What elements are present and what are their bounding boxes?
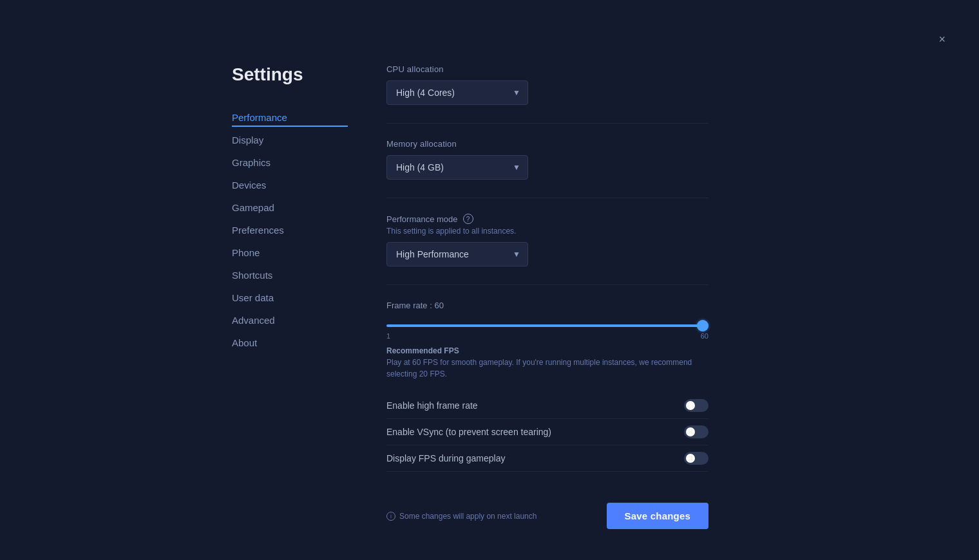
- toggle-row-vsync: Enable VSync (to prevent screen tearing): [386, 419, 708, 445]
- divider-2: [386, 198, 708, 198]
- sidebar: Performance Display Graphics Devices Gam…: [232, 108, 348, 352]
- memory-allocation-label: Memory allocation: [386, 139, 708, 149]
- footer-row: i Some changes will apply on next launch…: [386, 495, 708, 529]
- toggle-label-vsync: Enable VSync (to prevent screen tearing): [386, 427, 551, 437]
- sidebar-item-phone[interactable]: Phone: [232, 243, 348, 262]
- fps-recommended-title: Recommended FPS: [386, 346, 708, 355]
- footer-note: i Some changes will apply on next launch: [386, 512, 537, 521]
- toggle-thumb-display-fps: [686, 454, 695, 463]
- memory-allocation-section: Memory allocation High (4 GB) Medium (2 …: [386, 139, 708, 180]
- help-icon[interactable]: ?: [463, 214, 473, 224]
- toggle-track-display-fps: [684, 452, 708, 465]
- save-button[interactable]: Save changes: [607, 503, 708, 529]
- divider-1: [386, 123, 708, 124]
- frame-rate-slider[interactable]: [386, 324, 708, 327]
- footer-info-icon: i: [386, 512, 395, 521]
- frame-rate-label-prefix: Frame rate :: [386, 301, 434, 310]
- toggle-track-vsync: [684, 425, 708, 438]
- frame-rate-value: 60: [434, 301, 443, 310]
- frame-rate-slider-container: [386, 318, 708, 330]
- memory-allocation-select[interactable]: High (4 GB) Medium (2 GB) Low (1 GB): [386, 155, 528, 180]
- main-content: CPU allocation High (4 Cores) Medium (2 …: [348, 64, 708, 529]
- performance-mode-select[interactable]: High Performance Balanced Power Saver: [386, 242, 528, 266]
- performance-mode-section: Performance mode ? This setting is appli…: [386, 214, 708, 266]
- toggle-row-high-frame-rate: Enable high frame rate: [386, 393, 708, 419]
- fps-recommended-text: Play at 60 FPS for smooth gameplay. If y…: [386, 357, 708, 380]
- toggle-display-fps[interactable]: [684, 452, 708, 465]
- slider-max-label: 60: [701, 332, 708, 340]
- sidebar-item-gamepad[interactable]: Gamepad: [232, 198, 348, 217]
- cpu-allocation-section: CPU allocation High (4 Cores) Medium (2 …: [386, 64, 708, 105]
- toggle-row-display-fps: Display FPS during gameplay: [386, 445, 708, 472]
- sidebar-item-advanced[interactable]: Advanced: [232, 311, 348, 330]
- sidebar-item-graphics[interactable]: Graphics: [232, 153, 348, 172]
- toggle-thumb-high-frame-rate: [686, 401, 695, 410]
- toggle-high-frame-rate[interactable]: [684, 399, 708, 412]
- toggle-label-high-frame-rate: Enable high frame rate: [386, 400, 478, 411]
- cpu-allocation-label: CPU allocation: [386, 64, 708, 74]
- performance-mode-label-row: Performance mode ?: [386, 214, 708, 224]
- sidebar-item-performance[interactable]: Performance: [232, 108, 348, 127]
- sidebar-item-devices[interactable]: Devices: [232, 176, 348, 194]
- sidebar-item-user-data[interactable]: User data: [232, 288, 348, 307]
- slider-min-label: 1: [386, 332, 390, 340]
- slider-labels: 1 60: [386, 332, 708, 340]
- close-button[interactable]: ×: [938, 33, 946, 45]
- sidebar-item-about[interactable]: About: [232, 333, 348, 352]
- toggle-thumb-vsync: [686, 427, 695, 436]
- toggle-track-high-frame-rate: [684, 399, 708, 412]
- frame-rate-title: Frame rate : 60: [386, 301, 708, 310]
- cpu-allocation-select[interactable]: High (4 Cores) Medium (2 Cores) Low (1 C…: [386, 80, 528, 105]
- cpu-allocation-wrapper: High (4 Cores) Medium (2 Cores) Low (1 C…: [386, 80, 528, 105]
- sidebar-item-display[interactable]: Display: [232, 131, 348, 149]
- memory-allocation-wrapper: High (4 GB) Medium (2 GB) Low (1 GB) ▼: [386, 155, 528, 180]
- sidebar-item-preferences[interactable]: Preferences: [232, 221, 348, 239]
- frame-rate-section: Frame rate : 60 1 60 Recommended FPS Pla…: [386, 301, 708, 380]
- performance-mode-wrapper: High Performance Balanced Power Saver ▼: [386, 242, 528, 266]
- performance-mode-label: Performance mode: [386, 214, 458, 224]
- toggle-vsync[interactable]: [684, 425, 708, 438]
- performance-mode-note: This setting is applied to all instances…: [386, 227, 708, 236]
- toggle-label-display-fps: Display FPS during gameplay: [386, 453, 505, 463]
- page-title: Settings: [232, 64, 348, 85]
- divider-3: [386, 285, 708, 285]
- footer-note-text: Some changes will apply on next launch: [399, 512, 537, 521]
- sidebar-item-shortcuts[interactable]: Shortcuts: [232, 266, 348, 285]
- toggles-section: Enable high frame rate Enable VSync (to …: [386, 393, 708, 472]
